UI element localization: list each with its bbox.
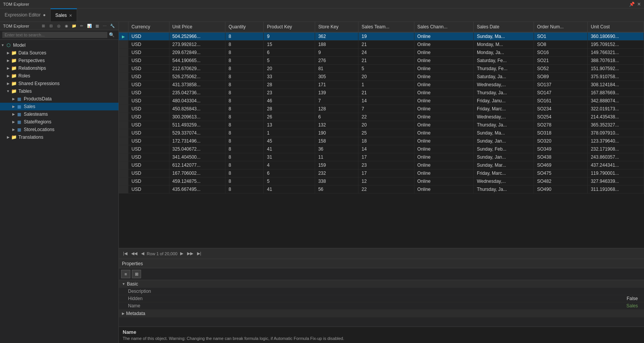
table-row[interactable]: USD459.124875...8533812OnlineWednesday,.… [119, 177, 644, 185]
table-row[interactable]: USD300.209613...826622OnlineWednesday,..… [119, 113, 644, 121]
tab-expression-editor[interactable]: Expression Editor ● [0, 8, 51, 21]
tree-item-model[interactable]: ▼⬡Model [0, 41, 118, 49]
table-row[interactable]: USD167.706002...8623217OnlineFriday, Mar… [119, 169, 644, 177]
tree-item-storelocations[interactable]: ▶▦StoreLocations [0, 126, 118, 133]
tree-item-stateregions[interactable]: ▶▦StateRegions [0, 118, 118, 126]
toolbar-icon-1[interactable]: ⊞ [40, 23, 46, 29]
page-last-btn[interactable]: ▶| [196, 251, 202, 256]
table-row[interactable]: ▶USD504.252966...8936219OnlineSunday, Ma… [119, 32, 644, 41]
grid-cell-5-2: 8 [225, 73, 264, 81]
row-indicator-4 [119, 65, 128, 73]
prop-section-basic[interactable]: ▼ Basic [119, 280, 644, 288]
prop-toolbar-btn-1[interactable]: ≡ [121, 270, 130, 278]
grid-cell-8-5: 14 [358, 97, 414, 105]
page-back-btn[interactable]: ◀ [140, 251, 145, 256]
tree-arrow-productsdata: ▶ [11, 97, 16, 101]
grid-cell-4-0: USD [128, 65, 169, 73]
grid-cell-4-2: 8 [225, 65, 264, 73]
table-row[interactable]: USD612.142077...8415923OnlineSunday, Mar… [119, 161, 644, 169]
tree-item-relationships[interactable]: ▶📁Relationships [0, 64, 118, 72]
grid-header-5[interactable]: Sales Team... [358, 22, 414, 32]
search-input[interactable] [2, 32, 107, 38]
toolbar-icon-8[interactable]: ▦ [94, 23, 100, 29]
toolbar-icon-9[interactable]: ⋯ [102, 23, 108, 29]
toolbar-icon-5[interactable]: 📁 [71, 23, 77, 29]
page-forward-btn[interactable]: ▶▶ [186, 251, 194, 256]
toolbar-icon-10[interactable]: 🔧 [109, 23, 115, 29]
tree-item-data-sources[interactable]: ▶📁Data Sources [0, 49, 118, 57]
table-row[interactable]: USD431.373858...8281711OnlineWednesday,.… [119, 81, 644, 89]
grid-header-6[interactable]: Sales Chann... [414, 22, 473, 32]
page-prev-btn[interactable]: ◀◀ [130, 251, 138, 256]
tree-item-perspectives[interactable]: ▶📁Perspectives [0, 57, 118, 64]
page-next-btn[interactable]: ▶ [179, 251, 184, 256]
table-row[interactable]: USD450.826843...8281287OnlineFriday, Mar… [119, 105, 644, 113]
grid-container[interactable]: CurrencyUnit PriceQuantityProduct KeySto… [119, 22, 644, 248]
grid-cell-5-3: 33 [264, 73, 315, 81]
grid-cell-6-8: SO137 [534, 81, 588, 89]
table-row[interactable]: USD526.275062...83330520OnlineSaturday, … [119, 73, 644, 81]
table-row[interactable]: USD273.992812...81518821OnlineMonday, M.… [119, 41, 644, 49]
grid-header-9[interactable]: Unit Cost [588, 22, 644, 32]
tab-sales-close[interactable]: ✕ [69, 13, 72, 18]
tree-arrow-tables: ▼ [5, 89, 11, 93]
tree-item-shared-expressions[interactable]: ▶📁Shared Expressions [0, 80, 118, 87]
tree-item-salesteams[interactable]: ▶▦Salesteams [0, 110, 118, 118]
search-bar: 🔍 [0, 30, 118, 40]
grid-header-1[interactable]: Unit Price [169, 22, 225, 32]
grid-header-4[interactable]: Store Key [315, 22, 358, 32]
grid-cell-15-3: 31 [264, 153, 315, 161]
tree-item-sales[interactable]: ▶▦Sales [0, 103, 118, 110]
tree-icon-shared-expressions: 📁 [11, 80, 17, 87]
toolbar-icon-3[interactable]: ◎ [56, 23, 62, 29]
grid-header-8[interactable]: Order Num... [534, 22, 588, 32]
table-row[interactable]: USD235.042736...82313921OnlineThursday, … [119, 89, 644, 97]
grid-cell-7-1: 235.042736... [169, 89, 225, 97]
prop-section-metadata[interactable]: ▶ Metadata [119, 310, 644, 317]
grid-cell-0-3: 9 [264, 32, 315, 41]
tree-item-roles[interactable]: ▶📁Roles [0, 72, 118, 80]
grid-header-2[interactable]: Quantity [225, 22, 264, 32]
grid-header-7[interactable]: Sales Date [473, 22, 534, 32]
grid-header-0[interactable]: Currency [128, 22, 169, 32]
toolbar-icon-2[interactable]: ⊟ [48, 23, 54, 29]
search-icon[interactable]: 🔍 [107, 32, 116, 38]
tree-item-tables[interactable]: ▼📁Tables [0, 87, 118, 95]
toolbar-icon-7[interactable]: 📊 [86, 23, 92, 29]
grid-header-3[interactable]: Product Key [264, 22, 315, 32]
left-panel: TOM Explorer ⊞ ⊟ ◎ ◉ 📁 ✏ 📊 ▦ ⋯ 🔧 🔍 ▼⬡Mod… [0, 22, 119, 343]
table-row[interactable]: USD511.493259...81313220OnlineThursday, … [119, 121, 644, 129]
pin-icon[interactable]: 📌 [629, 2, 635, 7]
tree-item-productsdata[interactable]: ▶▦ProductsData [0, 95, 118, 103]
table-row[interactable]: USD435.667495...8415622OnlineThursday, J… [119, 185, 644, 194]
grid-cell-14-3: 41 [264, 145, 315, 153]
grid-cell-0-2: 8 [225, 32, 264, 41]
grid-cell-9-4: 128 [315, 105, 358, 113]
grid-cell-8-7: Friday, Janu... [473, 97, 534, 105]
table-row[interactable]: USD480.043304...846714OnlineFriday, Janu… [119, 97, 644, 105]
table-row[interactable]: USD209.672849...86924OnlineMonday, Ja...… [119, 49, 644, 57]
table-row[interactable]: USD341.404500...8311117OnlineSunday, Jan… [119, 153, 644, 161]
tab-sales[interactable]: Sales ✕ [51, 8, 77, 21]
toolbar-icon-6[interactable]: ✏ [79, 23, 85, 29]
table-row[interactable]: USD212.670629...820815OnlineThursday, Fe… [119, 65, 644, 73]
grid-cell-8-9: 342.888074... [588, 97, 644, 105]
table-row[interactable]: USD325.040672...8413614OnlineSunday, Feb… [119, 145, 644, 153]
table-row[interactable]: USD172.731496...84515818OnlineSunday, Ja… [119, 137, 644, 145]
grid-cell-13-6: Online [414, 137, 473, 145]
grid-cell-13-4: 158 [315, 137, 358, 145]
grid-cell-16-5: 23 [358, 161, 414, 169]
row-indicator-19 [119, 185, 128, 194]
grid-cell-1-7: Monday, M... [473, 41, 534, 49]
toolbar-icon-4[interactable]: ◉ [63, 23, 69, 29]
grid-cell-11-5: 20 [358, 121, 414, 129]
grid-cell-15-5: 17 [358, 153, 414, 161]
tree-icon-roles: 📁 [11, 73, 17, 79]
grid-cell-6-7: Wednesday,... [473, 81, 534, 89]
table-row[interactable]: USD544.190665...8527621OnlineSaturday, F… [119, 57, 644, 65]
table-row[interactable]: USD529.337074...8119025OnlineSunday, Ma.… [119, 129, 644, 137]
page-first-btn[interactable]: |◀ [122, 251, 128, 256]
prop-toolbar-btn-2[interactable]: ⊞ [132, 270, 141, 278]
close-icon[interactable]: ✕ [637, 2, 641, 7]
tree-item-translations[interactable]: ▶📁Translations [0, 133, 118, 141]
